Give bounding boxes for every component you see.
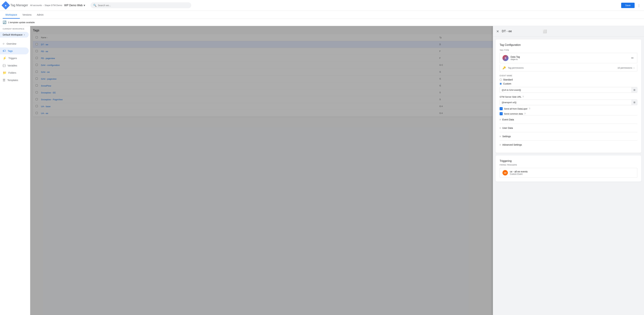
gtm-url-label-row: GTM Server Side URL ? (500, 95, 637, 98)
update-icon: 🔄 (3, 20, 6, 24)
sidebar-item-triggers-label: Triggers (8, 57, 17, 59)
sidebar-item-folders[interactable]: 📁 Folders (0, 69, 29, 76)
tag-type-edit-button[interactable]: ✏ (630, 55, 634, 60)
send-datalayer-label: Send all from DataLayer (504, 107, 528, 110)
permissions-row[interactable]: 🔑 Tag permissions 10 permissions › (500, 65, 637, 71)
gtm-url-help-icon[interactable]: ? (522, 95, 524, 98)
modal-close-button[interactable]: ✕ (496, 29, 500, 34)
templates-icon: ☰ (3, 78, 5, 82)
send-common-checkbox[interactable] (500, 112, 503, 115)
sidebar-item-folders-label: Folders (8, 71, 16, 74)
overview-icon: ○ (3, 42, 4, 45)
permissions-arrow-icon: › (634, 66, 634, 69)
permissions-count: 10 permissions (618, 67, 632, 69)
firing-triggers-label: Firing Triggers (500, 164, 637, 166)
breadcrumb-account[interactable]: Stape GTM Demo (45, 4, 62, 6)
search-icon: 🔍 (93, 4, 96, 7)
gtm-url-input[interactable] (500, 100, 632, 105)
event-name-variable-button[interactable]: ⊞ (632, 87, 637, 93)
workspace-selector-label: WP Demo Web (64, 4, 82, 7)
tag-type-row[interactable]: S Data Tag stape-io ✏ (500, 53, 637, 63)
breadcrumb: All accounts › Stape GTM Demo (30, 4, 62, 6)
tag-type-sub: stape-io (510, 58, 630, 60)
user-data-chevron-icon: › (500, 126, 501, 130)
folder-icon[interactable]: ⬜ (543, 29, 547, 33)
gtm-url-variable-button[interactable]: ⊞ (632, 100, 637, 105)
send-datalayer-checkbox[interactable] (500, 107, 503, 110)
template-update-banner[interactable]: 🔄 1 template update available (0, 19, 644, 26)
app-name: Tag Manager (10, 3, 28, 7)
event-name-input[interactable] (500, 87, 632, 93)
event-data-chevron-icon: › (500, 118, 501, 121)
user-data-section[interactable]: › User Data (500, 124, 637, 132)
triggering-card: Triggering Firing Triggers ce ce - all e… (496, 155, 641, 182)
more-options-button[interactable]: ⋮ (636, 3, 641, 8)
send-common-row[interactable]: Send common data ? (500, 112, 637, 115)
modal-panel: ✕ ⬜ Tag Configuration Tag Type S Data Ta… (493, 26, 644, 315)
tag-configuration-card: Tag Configuration Tag Type S Data Tag st… (496, 39, 641, 153)
chevron-down-icon: ▾ (84, 3, 85, 7)
gtm-url-label: GTM Server Side URL (500, 96, 522, 98)
workspace-selector[interactable]: WP Demo Web ▾ (64, 3, 85, 7)
send-datalayer-row[interactable]: Send all from DataLayer ? (500, 107, 637, 110)
sidebar-workspace-label: CURRENT WORKSPACE (0, 26, 30, 32)
trigger-info: ce - all ee events Custom Event (510, 170, 634, 175)
collapsible-sections: › Event Data › User Data › Settings › Ad… (500, 115, 637, 149)
logo-letter: ▲ (4, 4, 7, 7)
radio-custom-input[interactable] (500, 83, 502, 85)
radio-group: Standard Custom (500, 78, 637, 85)
tab-versions[interactable]: Versions (20, 11, 34, 19)
send-common-help-icon[interactable]: ? (524, 112, 526, 115)
send-common-label: Send common data (504, 113, 523, 115)
permissions-label: Tag permissions (508, 67, 618, 69)
logo-diamond: ▲ (2, 1, 10, 9)
tag-type-label: Tag Type (500, 49, 637, 51)
gtm-url-section: GTM Server Side URL ? ⊞ (500, 95, 637, 105)
radio-standard[interactable]: Standard (500, 78, 637, 81)
save-button[interactable]: Save (621, 3, 634, 8)
radio-custom[interactable]: Custom (500, 82, 637, 85)
triggering-title: Triggering (500, 160, 637, 163)
banner-text: 1 template update available (8, 21, 35, 24)
tag-config-title: Tag Configuration (500, 43, 637, 46)
folders-icon: 📁 (3, 71, 6, 75)
sidebar-item-triggers[interactable]: ⚡ Triggers (0, 55, 29, 62)
user-data-label: User Data (502, 127, 513, 129)
event-name-section: Event Name Standard Custom ⊞ (500, 75, 637, 93)
sidebar-item-overview[interactable]: ○ Overview (0, 40, 29, 47)
tag-type-info: Data Tag stape-io (510, 55, 630, 60)
sidebar-item-variables-label: Variables (8, 64, 17, 67)
breadcrumb-separator: › (43, 4, 44, 6)
event-name-input-wrapper: ⊞ (500, 87, 637, 93)
sidebar-item-tags[interactable]: 🏷 Tags (0, 47, 29, 54)
sidebar-item-templates[interactable]: ☰ Templates (0, 77, 29, 84)
triggers-icon: ⚡ (3, 56, 6, 60)
sidebar: CURRENT WORKSPACE Default Workspace › ○ … (0, 26, 30, 315)
sidebar-workspace-name[interactable]: Default Workspace › (0, 32, 29, 37)
trigger-row[interactable]: ce ce - all ee events Custom Event (500, 168, 637, 178)
settings-section[interactable]: › Settings (500, 132, 637, 140)
content-area: Tags Name ↑ Ty DT - ee D (30, 26, 644, 315)
breadcrumb-all-accounts[interactable]: All accounts (30, 4, 42, 6)
key-icon: 🔑 (502, 66, 506, 69)
sidebar-workspace-name-text: Default Workspace (3, 33, 22, 36)
tag-type-name: Data Tag (510, 55, 630, 58)
radio-standard-label: Standard (503, 78, 513, 81)
settings-chevron-icon: › (500, 135, 501, 138)
search-input[interactable] (98, 4, 188, 7)
sidebar-item-tags-label: Tags (8, 50, 13, 52)
app-logo[interactable]: ▲ Tag Manager (3, 2, 28, 8)
sidebar-item-variables[interactable]: { } Variables (0, 62, 29, 69)
sidebar-nav: ○ Overview 🏷 Tags ⚡ Triggers { } Variabl… (0, 39, 30, 85)
tab-workspace[interactable]: Workspace (3, 11, 20, 19)
trigger-icon: ce (502, 170, 508, 175)
tag-name-input[interactable] (502, 29, 541, 33)
radio-standard-input[interactable] (500, 79, 502, 81)
settings-label: Settings (502, 135, 511, 138)
advanced-settings-section[interactable]: › Advanced Settings (500, 140, 637, 149)
search-bar[interactable]: 🔍 (90, 2, 191, 8)
tab-admin[interactable]: Admin (34, 11, 46, 19)
send-datalayer-help-icon[interactable]: ? (529, 107, 530, 110)
main-tabs: Workspace Versions Admin (0, 11, 644, 19)
event-data-section[interactable]: › Event Data (500, 115, 637, 124)
